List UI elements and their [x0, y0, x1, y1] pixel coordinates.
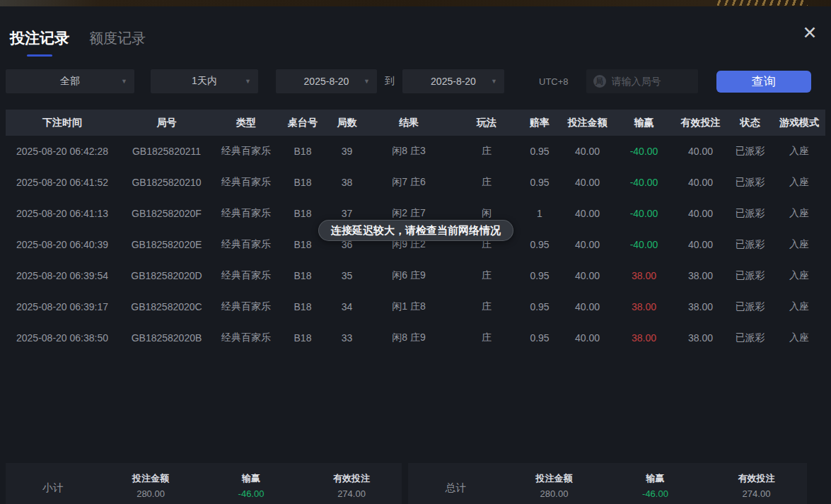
- cell-status: 已派彩: [731, 145, 769, 158]
- column-header: 有效投注: [670, 117, 731, 129]
- backdrop-strip: [0, 0, 831, 6]
- cell-round: GB182582020E: [119, 239, 214, 250]
- cell-time: 2025-08-20 06:42:28: [6, 146, 119, 157]
- cell-table-no: B18: [278, 301, 327, 312]
- cell-result: 闲2 庄7: [366, 207, 451, 220]
- subtotal-valid-bet: 有效投注 274.00: [301, 472, 402, 504]
- cell-table-no: B18: [278, 270, 327, 281]
- active-tab-underline: [27, 54, 52, 57]
- cell-time: 2025-08-20 06:39:54: [6, 270, 119, 281]
- cell-shoe: 38: [327, 177, 366, 188]
- tab-quota-records[interactable]: 额度记录: [89, 29, 146, 48]
- cell-type: 经典百家乐: [214, 207, 278, 220]
- cell-table-no: B18: [278, 239, 327, 250]
- column-header: 状态: [731, 117, 769, 129]
- cell-result: 闲7 庄6: [366, 176, 451, 189]
- cell-round: GB182582020B: [119, 332, 214, 344]
- cell-mode: 入座: [769, 238, 829, 251]
- cell-valid: 38.00: [670, 270, 731, 281]
- tab-betting-records[interactable]: 投注记录: [10, 28, 69, 57]
- cell-shoe: 34: [327, 301, 366, 312]
- filter-bar: 全部 ▼ 1天内 ▼ 2025-8-20 ▼ 到 2025-8-20 ▼ UTC…: [6, 69, 811, 93]
- cell-round: GB182582020C: [119, 301, 214, 312]
- cell-round: GB182582020F: [119, 208, 214, 219]
- cell-play: 闲: [451, 207, 522, 220]
- subtotal-title: 小计: [6, 481, 100, 504]
- table-row: 2025-08-20 06:39:17GB182582020C经典百家乐B183…: [6, 291, 825, 322]
- date-range-dropdown[interactable]: 1天内 ▼: [151, 69, 258, 93]
- tab-betting-records-label: 投注记录: [10, 30, 69, 46]
- cell-status: 已派彩: [731, 238, 769, 251]
- cell-valid: 40.00: [670, 239, 731, 250]
- cell-odds: 0.95: [522, 301, 557, 312]
- column-header: 输赢: [617, 117, 670, 129]
- cell-time: 2025-08-20 06:38:50: [6, 332, 119, 344]
- cell-play: 庄: [451, 269, 522, 282]
- date-to-dropdown[interactable]: 2025-8-20 ▼: [402, 69, 504, 93]
- round-number-icon: 局: [593, 75, 606, 88]
- date-range-dropdown-value: 1天内: [192, 75, 217, 88]
- cell-winloss: -40.00: [617, 146, 670, 157]
- cell-winloss: 38.00: [617, 270, 670, 281]
- total-title: 总计: [408, 481, 504, 504]
- cell-status: 已派彩: [731, 269, 769, 282]
- tab-quota-records-label: 额度记录: [89, 30, 146, 46]
- cell-mode: 入座: [769, 300, 829, 313]
- column-header: 赔率: [522, 117, 557, 129]
- cell-winloss: -40.00: [617, 177, 670, 188]
- timezone-label: UTC+8: [539, 76, 569, 87]
- subtotal-bet-amount: 投注金额 280.00: [100, 472, 201, 504]
- network-latency-toast: 连接延迟较大，请检查当前网络情况: [318, 220, 513, 241]
- cell-winloss: -40.00: [617, 239, 670, 250]
- category-dropdown-value: 全部: [60, 75, 80, 88]
- cell-bet: 40.00: [557, 270, 617, 281]
- cell-result: 闲1 庄8: [366, 300, 451, 313]
- cell-type: 经典百家乐: [214, 269, 278, 282]
- cell-mode: 入座: [769, 269, 829, 282]
- column-header: 局数: [327, 117, 366, 129]
- cell-shoe: 35: [327, 270, 366, 281]
- total-panel: 总计 投注金额 280.00 输赢 -46.00 有效投注 274.00: [408, 463, 807, 504]
- chevron-down-icon: ▼: [491, 78, 497, 85]
- table-row: 2025-08-20 06:38:50GB182582020B经典百家乐B183…: [6, 322, 825, 353]
- table-row: 2025-08-20 06:41:52GB1825820210经典百家乐B183…: [6, 167, 825, 198]
- cell-play: 庄: [451, 332, 522, 344]
- cell-table-no: B18: [278, 177, 327, 188]
- total-bet-amount: 投注金额 280.00: [504, 472, 605, 504]
- cell-type: 经典百家乐: [214, 332, 278, 344]
- cell-valid: 38.00: [670, 301, 731, 312]
- cell-bet: 40.00: [557, 208, 617, 219]
- cell-table-no: B18: [278, 332, 327, 344]
- column-header: 游戏模式: [769, 117, 829, 129]
- cell-bet: 40.00: [557, 301, 617, 312]
- search-button[interactable]: 查询: [716, 71, 811, 93]
- cell-odds: 1: [522, 208, 557, 219]
- cell-time: 2025-08-20 06:41:13: [6, 208, 119, 219]
- cell-valid: 40.00: [670, 177, 731, 188]
- cell-result: 闲6 庄9: [366, 269, 451, 282]
- cell-round: GB1825820211: [119, 146, 214, 157]
- cell-bet: 40.00: [557, 146, 617, 157]
- total-winloss: 输赢 -46.00: [605, 472, 706, 504]
- cell-type: 经典百家乐: [214, 238, 278, 251]
- cell-play: 庄: [451, 176, 522, 189]
- tab-bar: 投注记录 额度记录: [10, 28, 146, 57]
- table-body: 2025-08-20 06:42:28GB1825820211经典百家乐B183…: [6, 136, 825, 353]
- cell-status: 已派彩: [731, 300, 769, 313]
- betting-records-modal: ✕ 投注记录 额度记录 全部 ▼ 1天内 ▼ 2025-8-20 ▼ 到 202…: [0, 6, 831, 504]
- cell-table-no: B18: [278, 146, 327, 157]
- date-from-dropdown[interactable]: 2025-8-20 ▼: [276, 69, 377, 93]
- cell-status: 已派彩: [731, 332, 769, 344]
- close-icon[interactable]: ✕: [798, 21, 821, 44]
- round-number-field[interactable]: 局: [586, 69, 698, 93]
- cell-result: 闲8 庄3: [366, 145, 451, 158]
- cell-time: 2025-08-20 06:39:17: [6, 301, 119, 312]
- cell-valid: 38.00: [670, 332, 731, 344]
- round-number-input[interactable]: [612, 76, 690, 87]
- cell-bet: 40.00: [557, 239, 617, 250]
- chevron-down-icon: ▼: [245, 78, 251, 85]
- cell-bet: 40.00: [557, 332, 617, 344]
- subtotal-winloss: 输赢 -46.00: [201, 472, 301, 504]
- category-dropdown[interactable]: 全部 ▼: [6, 69, 134, 93]
- date-to-value: 2025-8-20: [431, 76, 476, 87]
